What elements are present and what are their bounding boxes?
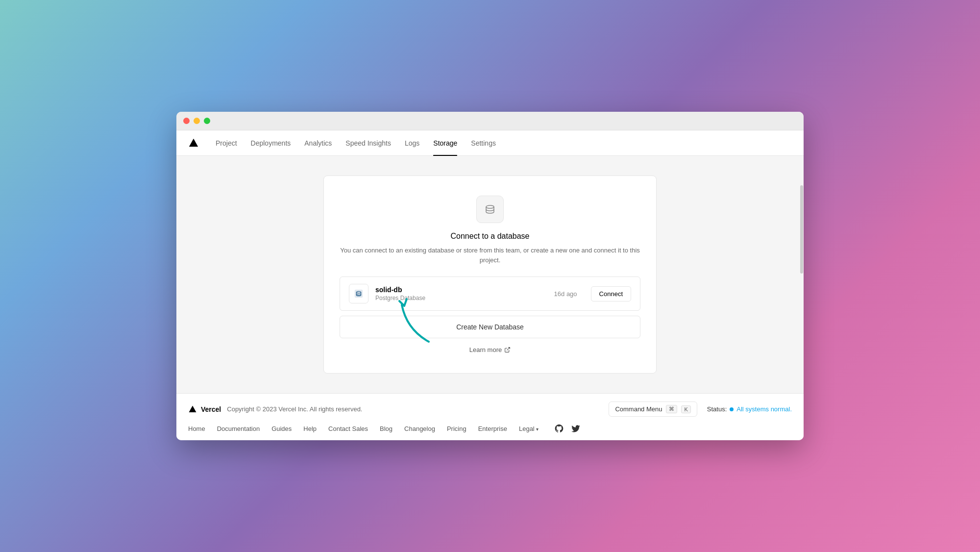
- command-menu-button[interactable]: Command Menu ⌘ K: [609, 401, 697, 417]
- footer-link-pricing[interactable]: Pricing: [447, 425, 466, 432]
- footer-links: Home Documentation Guides Help Contact S…: [188, 424, 792, 433]
- footer-top: Vercel Copyright © 2023 Vercel Inc. All …: [188, 401, 792, 417]
- nav-bar: Project Deployments Analytics Speed Insi…: [176, 130, 804, 156]
- status-dot: [730, 407, 734, 411]
- learn-more-link[interactable]: Learn more: [469, 346, 511, 353]
- maximize-button[interactable]: [204, 118, 210, 124]
- nav-item-project[interactable]: Project: [209, 130, 244, 156]
- scroll-thumb[interactable]: [800, 185, 803, 274]
- status-indicator: Status: All systems normal.: [707, 405, 792, 413]
- footer-link-guides[interactable]: Guides: [271, 425, 292, 432]
- footer-brand-name: Vercel: [201, 405, 221, 413]
- github-icon[interactable]: [554, 424, 564, 433]
- cmd-key: ⌘: [666, 405, 677, 413]
- footer-link-legal[interactable]: Legal: [519, 425, 539, 432]
- nav-item-deployments[interactable]: Deployments: [244, 130, 298, 156]
- external-link-icon: [504, 347, 511, 353]
- scrollbar[interactable]: [800, 156, 804, 440]
- status-label: Status:: [707, 405, 727, 413]
- footer-copyright: Copyright © 2023 Vercel Inc. All rights …: [227, 405, 362, 413]
- footer: Vercel Copyright © 2023 Vercel Inc. All …: [176, 393, 804, 440]
- footer-right: Command Menu ⌘ K Status: All systems nor…: [609, 401, 792, 417]
- nav-item-storage[interactable]: Storage: [426, 130, 464, 156]
- nav-item-settings[interactable]: Settings: [464, 130, 503, 156]
- postgres-icon: [353, 288, 364, 299]
- footer-social: [554, 424, 581, 433]
- db-entry-name: solid-db: [375, 286, 547, 294]
- connect-button[interactable]: Connect: [591, 286, 631, 301]
- title-bar: [176, 112, 804, 130]
- footer-brand: Vercel Copyright © 2023 Vercel Inc. All …: [188, 405, 362, 414]
- content-area: Connect to a database You can connect to…: [176, 156, 804, 393]
- db-entry-row: solid-db Postgres Database 16d ago Conne…: [340, 276, 640, 311]
- create-new-database-button[interactable]: Create New Database: [340, 316, 640, 338]
- command-menu-label: Command Menu: [615, 405, 662, 413]
- db-entry-info: solid-db Postgres Database: [375, 286, 547, 301]
- storage-title: Connect to a database: [450, 232, 529, 241]
- db-entry-type: Postgres Database: [375, 295, 547, 301]
- footer-link-contact-sales[interactable]: Contact Sales: [328, 425, 368, 432]
- svg-point-0: [486, 205, 494, 208]
- db-entry-icon: [349, 284, 368, 303]
- database-icon: [484, 203, 496, 215]
- database-icon-container: [476, 196, 504, 223]
- footer-link-help[interactable]: Help: [303, 425, 317, 432]
- footer-link-enterprise[interactable]: Enterprise: [478, 425, 507, 432]
- twitter-icon[interactable]: [571, 424, 581, 433]
- nav-logo[interactable]: [188, 138, 199, 149]
- nav-item-analytics[interactable]: Analytics: [297, 130, 339, 156]
- nav-item-logs[interactable]: Logs: [398, 130, 426, 156]
- storage-card: Connect to a database You can connect to…: [323, 176, 657, 374]
- footer-logo-icon: [188, 405, 197, 414]
- close-button[interactable]: [183, 118, 190, 124]
- main-content: Connect to a database You can connect to…: [176, 156, 804, 440]
- footer-link-home[interactable]: Home: [188, 425, 205, 432]
- learn-more-text: Learn more: [469, 346, 502, 353]
- db-entry-time: 16d ago: [554, 290, 577, 298]
- svg-rect-1: [355, 290, 363, 298]
- nav-item-speed-insights[interactable]: Speed Insights: [339, 130, 398, 156]
- storage-desc: You can connect to an existing database …: [340, 246, 640, 265]
- k-key: K: [681, 405, 690, 413]
- footer-link-blog[interactable]: Blog: [380, 425, 392, 432]
- footer-link-documentation[interactable]: Documentation: [217, 425, 260, 432]
- browser-window: Project Deployments Analytics Speed Insi…: [176, 112, 804, 440]
- status-text: All systems normal.: [736, 405, 792, 413]
- minimize-button[interactable]: [194, 118, 200, 124]
- svg-line-3: [507, 348, 510, 351]
- footer-link-changelog[interactable]: Changelog: [404, 425, 435, 432]
